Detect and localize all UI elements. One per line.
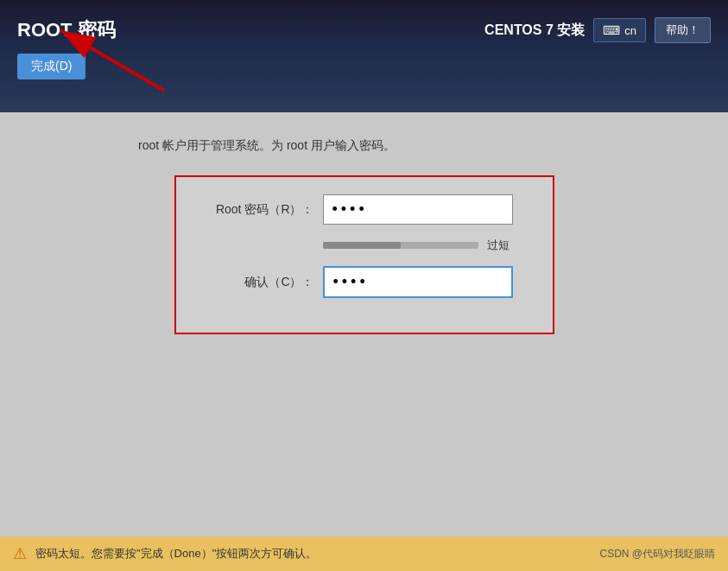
- main-content: root 帐户用于管理系统。为 root 用户输入密码。 Root 密码（R）：…: [0, 112, 728, 536]
- page-title: ROOT 密码: [17, 17, 116, 43]
- header-left: ROOT 密码 完成(D): [17, 17, 116, 79]
- confirm-input[interactable]: [323, 266, 513, 298]
- password-input[interactable]: [323, 194, 513, 225]
- form-container: Root 密码（R）： 过短 确认（C）：: [174, 175, 554, 334]
- keyboard-icon: ⌨: [603, 23, 620, 37]
- done-button[interactable]: 完成(D): [17, 54, 85, 79]
- strength-label: 过短: [487, 238, 510, 253]
- help-button[interactable]: 帮助！: [655, 17, 711, 43]
- footer: ⚠ 密码太短。您需要按"完成（Done）"按钮两次方可确认。 CSDN @代码对…: [0, 536, 728, 571]
- centos-title: CENTOS 7 安装: [484, 22, 585, 40]
- strength-bar-fill: [323, 242, 401, 249]
- header-right: CENTOS 7 安装 ⌨ cn 帮助！: [484, 17, 711, 43]
- confirm-label: 确认（C）：: [202, 275, 314, 290]
- footer-warning-text: 密码太短。您需要按"完成（Done）"按钮两次方可确认。: [35, 546, 317, 561]
- lang-label: cn: [624, 24, 636, 37]
- password-label: Root 密码（R）：: [202, 202, 314, 218]
- password-row: Root 密码（R）：: [202, 194, 527, 225]
- footer-watermark: CSDN @代码对我眨眼睛: [599, 547, 715, 561]
- strength-row: 过短: [323, 238, 527, 253]
- warning-icon: ⚠: [13, 544, 27, 563]
- header: ROOT 密码 完成(D) CENTOS 7 安装 ⌨ cn 帮助！: [0, 0, 728, 112]
- confirm-row: 确认（C）：: [202, 266, 527, 298]
- description: root 帐户用于管理系统。为 root 用户输入密码。: [138, 138, 396, 154]
- strength-bar: [323, 242, 478, 249]
- lang-selector[interactable]: ⌨ cn: [593, 18, 646, 42]
